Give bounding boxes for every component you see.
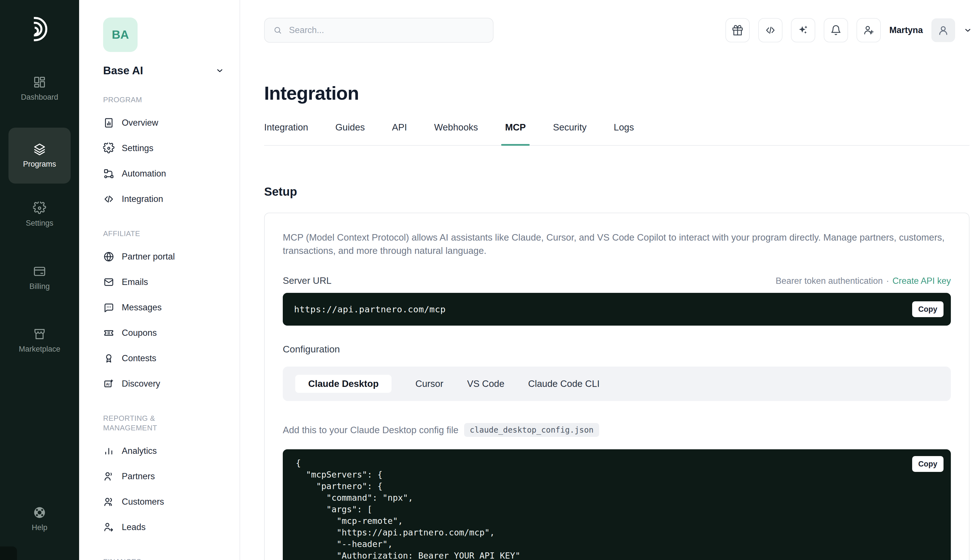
sidebar-item-overview[interactable]: Overview (103, 110, 240, 135)
setup-heading: Setup (264, 185, 297, 198)
sidebar-item-label: Discovery (122, 379, 160, 389)
sidebar-item-discovery[interactable]: AI Discovery (103, 371, 240, 397)
app-rail: Dashboard Programs Settings Billing Mark… (0, 0, 79, 560)
tab-integration[interactable]: Integration (264, 122, 308, 145)
sidebar-item-analytics[interactable]: Analytics (103, 438, 240, 464)
chevron-down-icon (215, 67, 224, 75)
rail-item-billing[interactable]: Billing (0, 265, 79, 291)
tab-logs[interactable]: Logs (614, 122, 634, 145)
code-line: { (296, 457, 951, 469)
overview-icon (103, 117, 114, 128)
sidebar-item-leads[interactable]: Leads (103, 515, 240, 540)
sidebar-item-messages[interactable]: Messages (103, 295, 240, 320)
sidebar-item-label: Automation (122, 168, 166, 179)
copy-server-url-button[interactable]: Copy (912, 301, 944, 317)
tab-api[interactable]: API (392, 122, 407, 145)
ai-discovery-icon: AI (103, 378, 114, 390)
dashboard-icon (33, 76, 46, 89)
program-sidebar: BA Base AI PROGRAM Overview Settings Aut… (79, 0, 240, 560)
server-url-label: Server URL (283, 275, 331, 286)
sidebar-item-customers[interactable]: Customers (103, 489, 240, 515)
rail-item-settings[interactable]: Settings (0, 202, 79, 228)
config-tab-claude-code-cli[interactable]: Claude Code CLI (528, 378, 600, 389)
rail-item-label: Billing (29, 282, 50, 291)
gift-button[interactable] (726, 18, 750, 42)
program-avatar[interactable]: BA (103, 18, 138, 52)
sidebar-item-label: Messages (122, 302, 162, 313)
medal-icon (103, 353, 114, 364)
rail-item-dashboard[interactable]: Dashboard (0, 76, 79, 102)
tab-security[interactable]: Security (553, 122, 586, 145)
config-note: Add this to your Claude Desktop config f… (283, 423, 951, 437)
svg-text:AI: AI (106, 382, 110, 386)
partnero-logo[interactable] (30, 16, 48, 42)
storefront-icon (33, 328, 46, 340)
code-line: "mcpServers": { (296, 469, 951, 480)
config-tab-cursor[interactable]: Cursor (415, 378, 443, 389)
config-tab-claude-desktop[interactable]: Claude Desktop (295, 375, 392, 393)
code-icon (103, 193, 114, 205)
avatar[interactable] (931, 18, 955, 42)
code-line: "Authorization: Bearer YOUR_API_KEY" (296, 550, 951, 560)
sidebar-item-integration[interactable]: Integration (103, 187, 240, 212)
create-api-key-link[interactable]: Create API key (893, 276, 951, 286)
rail-item-label: Marketplace (18, 345, 60, 353)
rail-item-marketplace[interactable]: Marketplace (0, 328, 79, 353)
tab-guides[interactable]: Guides (335, 122, 365, 145)
search-input[interactable] (289, 25, 465, 36)
section-heading-program: PROGRAM (103, 95, 191, 105)
chevron-down-icon[interactable] (964, 26, 972, 35)
rail-item-label: Settings (26, 219, 53, 228)
bell-button[interactable] (824, 18, 848, 42)
server-url-codeblock: https://api.partnero.com/mcp Copy (283, 293, 951, 326)
person-arrow-icon (103, 522, 114, 533)
section-heading-affiliate: AFFILIATE (103, 229, 191, 238)
user-plus-button[interactable] (856, 18, 881, 42)
sidebar-item-label: Settings (122, 143, 153, 153)
program-switcher[interactable]: Base AI (103, 64, 224, 77)
rail-item-help[interactable]: Help (0, 506, 79, 532)
sidebar-item-coupons[interactable]: Coupons (103, 320, 240, 346)
users-icon (103, 496, 114, 507)
search-icon (273, 26, 282, 35)
sidebar-item-partners[interactable]: Partners (103, 464, 240, 489)
sidebar-item-label: Customers (122, 497, 164, 507)
search-bar[interactable] (264, 18, 494, 43)
credit-card-icon (33, 265, 46, 278)
sidebar-item-settings[interactable]: Settings (103, 135, 240, 161)
configuration-label: Configuration (283, 344, 951, 355)
rail-item-label: Help (32, 523, 47, 532)
copy-config-button[interactable]: Copy (912, 456, 944, 472)
rail-item-programs[interactable]: Programs (8, 128, 71, 183)
server-url-value: https://api.partnero.com/mcp (294, 304, 446, 314)
config-json-codeblock: { "mcpServers": { "partnero": { "command… (283, 449, 951, 560)
gear-icon (33, 202, 46, 215)
bar-chart-icon (103, 445, 114, 457)
sidebar-item-label: Partner portal (122, 252, 175, 262)
sidebar-item-label: Integration (122, 194, 163, 204)
user-name: Martyna (889, 25, 923, 35)
sidebar-item-emails[interactable]: Emails (103, 269, 240, 295)
code-line: "https://api.partnero.com/mcp", (296, 527, 951, 538)
lifebuoy-icon (33, 506, 46, 519)
person-signal-icon (103, 471, 114, 482)
server-url-row: Server URL Bearer token authentication ·… (283, 275, 951, 286)
tab-webhooks[interactable]: Webhooks (434, 122, 478, 145)
auth-note-separator: · (886, 276, 889, 286)
auth-note: Bearer token authentication · Create API… (776, 276, 951, 286)
code-button[interactable] (758, 18, 782, 42)
tab-mcp[interactable]: MCP (505, 122, 526, 145)
sidebar-item-partner-portal[interactable]: Partner portal (103, 244, 240, 269)
envelope-icon (103, 277, 114, 288)
code-line: "partnero": { (296, 480, 951, 492)
sidebar-item-automation[interactable]: Automation (103, 161, 240, 187)
sparkles-button[interactable] (791, 18, 815, 42)
sidebar-item-label: Analytics (122, 446, 157, 456)
page-tabs: Integration Guides API Webhooks MCP Secu… (264, 122, 969, 146)
mcp-setup-card: MCP (Model Context Protocol) allows AI a… (264, 213, 969, 560)
config-tab-vs-code[interactable]: VS Code (467, 378, 504, 389)
sidebar-item-label: Overview (122, 118, 158, 128)
mcp-description: MCP (Model Context Protocol) allows AI a… (283, 231, 951, 257)
sidebar-item-label: Emails (122, 277, 148, 287)
sidebar-item-contests[interactable]: Contests (103, 346, 240, 371)
